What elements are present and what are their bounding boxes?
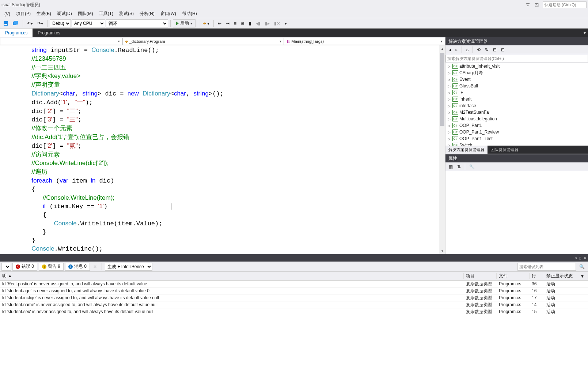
quick-launch-input[interactable] — [543, 1, 587, 8]
code-editor[interactable]: string inputStr = Console.ReadLine(); //… — [0, 45, 445, 254]
tab-program-cs-1[interactable]: Program.cs — [0, 29, 33, 37]
redo-button[interactable]: ↷▾ — [35, 19, 45, 27]
warnings-filter-button[interactable]: !警告 9 — [39, 263, 64, 271]
scrollbar-thumb[interactable] — [440, 53, 444, 126]
bookmark-clear-button[interactable]: ▮✕ — [272, 19, 282, 27]
side-tab-solution[interactable]: 解决方案资源管理器 — [445, 146, 488, 154]
menu-view[interactable]: (V) — [1, 11, 13, 17]
expand-icon[interactable]: ▷ — [447, 124, 451, 128]
tree-item[interactable]: ▷C#M2TestSuanFa — [445, 109, 588, 116]
nav-member-dropdown[interactable]: ◧Main(string[] args)▾ — [284, 38, 445, 45]
col-file[interactable]: 文件 — [497, 273, 530, 279]
error-row[interactable]: ld 'Rect.postion' is never assigned to, … — [0, 281, 588, 288]
target-select[interactable]: 循环 — [106, 19, 168, 27]
errors-filter-button[interactable]: ✕错误 0 — [12, 263, 37, 271]
solution-search-input[interactable] — [445, 55, 588, 62]
menu-test[interactable]: 测试(S) — [116, 10, 137, 18]
tree-item[interactable]: ▷C#Multicastdelegation — [445, 116, 588, 122]
scroll-up-button[interactable]: ▴ — [439, 45, 445, 52]
error-row[interactable]: ld 'student.age' is never assigned to, a… — [0, 288, 588, 294]
search-icon[interactable]: 🔍 — [577, 263, 587, 271]
scroll-down-button[interactable]: ▾ — [439, 248, 445, 254]
expand-icon[interactable]: ▷ — [447, 130, 451, 134]
col-filter-icon[interactable]: ▼ — [577, 274, 588, 279]
editor-vertical-scrollbar[interactable]: ▴ ▾ — [439, 45, 445, 254]
error-search-input[interactable] — [517, 263, 576, 271]
save-button[interactable] — [1, 19, 10, 27]
error-row[interactable]: ld 'student.sex' is never assigned to, a… — [0, 308, 588, 315]
undo-button[interactable]: ↶▾ — [25, 19, 35, 27]
bookmark-prev-button[interactable]: ◂▮ — [254, 19, 262, 27]
indent-right-button[interactable]: ⇥ — [224, 19, 231, 27]
col-suppress[interactable]: 禁止显示状态 — [544, 273, 577, 279]
expand-icon[interactable]: ▷ — [447, 104, 451, 108]
config-select[interactable]: Debug — [50, 19, 71, 27]
close-icon[interactable]: ✕ — [584, 256, 587, 260]
toolbar-overflow-button[interactable]: ▾ — [283, 19, 289, 27]
col-line[interactable]: 行 — [530, 273, 544, 279]
col-project[interactable]: 项目 — [464, 273, 497, 279]
tree-item[interactable]: ▷C#attribute_inherit_visit — [445, 63, 588, 70]
tree-item[interactable]: ▷C#CSharp月考 — [445, 70, 588, 76]
expand-icon[interactable]: ▷ — [447, 137, 451, 141]
expand-icon[interactable]: ▷ — [447, 84, 451, 88]
error-row[interactable]: ld 'student.name' is never assigned to, … — [0, 301, 588, 308]
filter-icon[interactable]: ▽ — [524, 1, 531, 8]
forward-button[interactable]: ▸ — [454, 46, 459, 54]
prop-sort-button[interactable]: ⇅ — [455, 163, 463, 171]
tree-item[interactable]: ▷C#OOP_Part1_Test — [445, 135, 588, 142]
tree-item[interactable]: ▷C#Inherit — [445, 96, 588, 102]
show-all-button[interactable]: ⊡ — [499, 46, 507, 54]
tree-item[interactable]: ▷C#OOP_Part1 — [445, 122, 588, 129]
tree-item[interactable]: ▷C#OOP_Part1_Review — [445, 129, 588, 135]
expand-icon[interactable]: ▷ — [447, 71, 451, 75]
col-description[interactable]: 明 ▲ — [0, 273, 464, 279]
menu-build[interactable]: 生成(B) — [34, 10, 54, 18]
tree-item[interactable]: ▷C#GlassBall — [445, 83, 588, 89]
menu-window[interactable]: 窗口(W) — [158, 10, 179, 18]
tree-item[interactable]: ▷C#Switch — [445, 142, 588, 146]
nav-type-dropdown[interactable]: ⬙_dictionary.Program▾ — [122, 38, 284, 45]
bookmark-next-button[interactable]: ▮▸ — [263, 19, 272, 27]
notifications-icon[interactable]: ◳ — [533, 1, 540, 8]
tree-item[interactable]: ▷C#interface — [445, 102, 588, 109]
side-tab-team[interactable]: 团队资源管理器 — [488, 146, 521, 154]
bookmark-button[interactable]: ▮ — [247, 19, 253, 27]
uncomment-button[interactable]: ≢ — [239, 19, 246, 27]
tree-item[interactable]: ▷C#Event — [445, 76, 588, 83]
menu-debug[interactable]: 调试(D) — [54, 10, 75, 18]
pin-icon[interactable]: ▯ — [579, 256, 581, 260]
solution-tree[interactable]: ▷C#attribute_inherit_visit▷C#CSharp月考▷C#… — [445, 63, 588, 146]
back-button[interactable]: ◂ — [447, 46, 453, 54]
expand-icon[interactable]: ▷ — [447, 117, 451, 121]
build-source-select[interactable]: 生成 + IntelliSense — [105, 263, 152, 271]
tab-dropdown-button[interactable]: ▾ — [581, 29, 588, 37]
sync-button[interactable]: ⟲ — [475, 46, 482, 54]
menu-analyze[interactable]: 分析(N) — [137, 10, 158, 18]
comment-button[interactable]: ≡ — [232, 19, 238, 27]
messages-filter-button[interactable]: i消息 0 — [65, 263, 90, 271]
clear-filter-button[interactable]: ✕ — [91, 263, 99, 271]
nav-project-dropdown[interactable]: ▾ — [0, 38, 122, 45]
expand-icon[interactable]: ▷ — [447, 97, 451, 101]
expand-icon[interactable]: ▷ — [447, 78, 451, 82]
menu-help[interactable]: 帮助(H) — [179, 10, 200, 18]
tab-program-cs-2[interactable]: Program.cs — [33, 29, 65, 37]
error-row[interactable]: ld 'student.inclige' is never assigned t… — [0, 294, 588, 301]
expand-icon[interactable]: ▷ — [447, 64, 451, 68]
refresh-button[interactable]: ↻ — [483, 46, 490, 54]
menu-tools[interactable]: 工具(T) — [96, 10, 116, 18]
error-scope-select[interactable] — [1, 263, 11, 271]
prop-page-button[interactable]: 🔧 — [467, 163, 477, 171]
platform-select[interactable]: Any CPU — [72, 19, 105, 27]
expand-icon[interactable]: ▷ — [447, 91, 451, 95]
expand-icon[interactable]: ▷ — [447, 110, 451, 114]
start-debug-button[interactable]: 启动▾ — [173, 19, 196, 27]
collapse-button[interactable]: ⊟ — [491, 46, 498, 54]
prop-categorize-button[interactable]: ▦ — [447, 163, 455, 171]
save-all-button[interactable] — [11, 19, 20, 27]
tree-item[interactable]: ▷C#IF — [445, 89, 588, 96]
home-button[interactable]: ⌂ — [464, 46, 470, 54]
step-button[interactable]: ▾ — [200, 19, 211, 27]
indent-left-button[interactable]: ⇤ — [216, 19, 223, 27]
